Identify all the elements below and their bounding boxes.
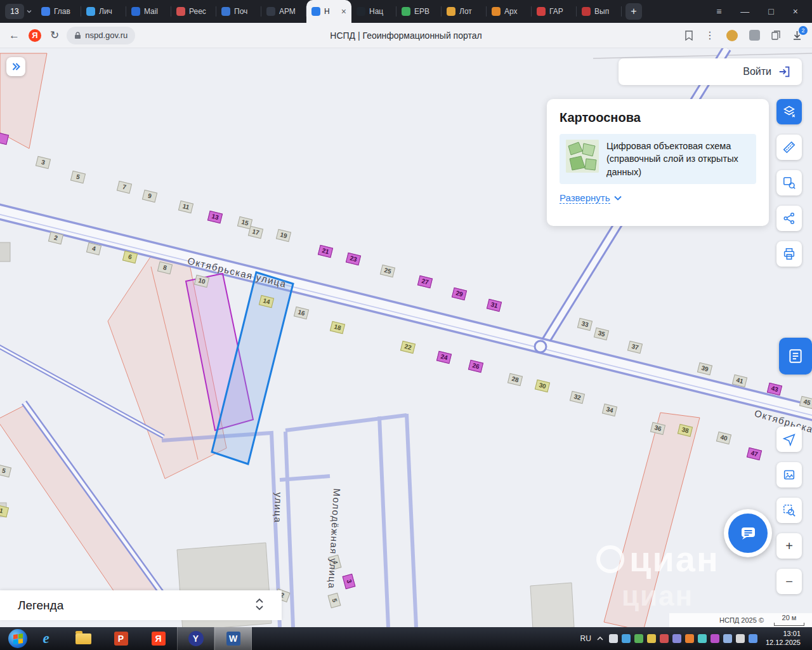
zoom-to-extent-button[interactable]: [776, 498, 802, 523]
parcel-marker[interactable]: 2: [48, 232, 63, 245]
parcel-marker[interactable]: [0, 132, 9, 145]
tray-icon[interactable]: [634, 634, 643, 643]
login-button[interactable]: Войти: [619, 58, 802, 85]
back-button[interactable]: ←: [9, 29, 20, 42]
parcel-marker[interactable]: 19: [276, 229, 291, 242]
taskbar-app-word[interactable]: W: [214, 627, 252, 650]
parcel-marker[interactable]: 14: [259, 295, 274, 308]
parcel-marker[interactable]: 38: [678, 424, 693, 437]
parcel-marker[interactable]: 32: [570, 391, 585, 404]
url-field[interactable]: nspd.gov.ru: [67, 27, 135, 44]
start-button[interactable]: [8, 629, 27, 648]
map-viewport[interactable]: 3579111315171924681014161821232527293122…: [0, 48, 812, 627]
parcel-marker[interactable]: 29: [452, 288, 467, 301]
parcel-marker[interactable]: 27: [417, 275, 433, 289]
window-close-icon[interactable]: ×: [793, 6, 798, 17]
browser-tab[interactable]: Поч: [216, 0, 261, 23]
taskbar-app-explorer[interactable]: [65, 627, 102, 650]
parcel-marker[interactable]: 47: [747, 448, 762, 461]
refresh-button[interactable]: ↻: [50, 29, 59, 42]
parcel-marker[interactable]: 11: [178, 201, 193, 214]
yandex-logo-icon[interactable]: Я: [29, 29, 41, 42]
parcel-marker[interactable]: 17: [248, 226, 263, 239]
taskbar-app-y[interactable]: Y: [177, 627, 214, 650]
parcel-marker[interactable]: 23: [346, 253, 361, 266]
legend-bar[interactable]: Легенда: [0, 590, 282, 620]
window-maximize-icon[interactable]: □: [768, 6, 773, 17]
collections-icon[interactable]: [771, 30, 781, 40]
parcel-marker[interactable]: 37: [627, 341, 643, 354]
parcel-marker[interactable]: 43: [767, 383, 782, 396]
browser-tab[interactable]: Лот: [442, 0, 487, 23]
browser-tab[interactable]: Реес: [171, 0, 216, 23]
browser-tab[interactable]: ГАР: [532, 0, 577, 23]
taskbar-clock[interactable]: 13:01 12.12.2025: [763, 630, 806, 647]
browser-tab[interactable]: Арх: [487, 0, 532, 23]
expand-panel-link[interactable]: Развернуть: [560, 192, 622, 204]
parcel-marker[interactable]: 28: [508, 373, 523, 387]
parcel-marker[interactable]: 8: [157, 262, 173, 275]
parcel-marker[interactable]: 5: [0, 465, 11, 478]
window-minimize-icon[interactable]: —: [740, 6, 749, 17]
parcel-marker[interactable]: 7: [117, 181, 132, 194]
parcel-marker[interactable]: 13: [207, 211, 223, 224]
new-tab-button[interactable]: +: [625, 3, 642, 20]
tray-icon[interactable]: [710, 634, 719, 643]
tray-icon[interactable]: [672, 634, 681, 643]
parcel-marker[interactable]: 34: [602, 404, 617, 417]
parcel-marker[interactable]: 21: [318, 245, 333, 258]
parcel-marker[interactable]: 25: [380, 265, 395, 278]
tray-icon[interactable]: [749, 634, 757, 643]
parcel-marker[interactable]: 18: [330, 321, 345, 335]
parcel-marker[interactable]: 10: [194, 275, 209, 288]
screenshot-button[interactable]: [776, 462, 802, 488]
browser-menu-icon[interactable]: ≡: [716, 6, 721, 17]
parcel-marker[interactable]: 26: [468, 360, 483, 373]
browser-tab[interactable]: Mail: [126, 0, 171, 23]
parcel-marker[interactable]: 3: [36, 156, 51, 169]
tray-icon[interactable]: [698, 634, 707, 643]
parcel-marker[interactable]: 9: [142, 190, 157, 203]
basemap-layer-row[interactable]: Цифровая объектовая схема (справочный сл…: [560, 134, 756, 184]
parcel-marker[interactable]: 33: [577, 318, 593, 331]
tray-icon[interactable]: [723, 634, 732, 643]
extension-box-icon[interactable]: [749, 30, 760, 41]
extension-mask-icon[interactable]: [726, 30, 738, 41]
browser-tab[interactable]: Глав: [36, 0, 81, 23]
parcel-marker[interactable]: 22: [400, 341, 416, 354]
browser-tab[interactable]: Нац: [351, 0, 396, 23]
zoom-out-button[interactable]: −: [776, 569, 802, 594]
parcel-marker[interactable]: 36: [650, 422, 665, 435]
parcel-marker[interactable]: 31: [487, 299, 502, 312]
parcel-marker[interactable]: 24: [436, 351, 452, 364]
browser-tab[interactable]: Вып: [577, 0, 622, 23]
chat-widget-button[interactable]: [724, 509, 772, 557]
browser-tab[interactable]: АРМ: [261, 0, 306, 23]
zoom-in-button[interactable]: +: [776, 533, 802, 559]
tray-icon[interactable]: [660, 634, 669, 643]
browser-tab[interactable]: Лич: [81, 0, 126, 23]
share-button[interactable]: [776, 206, 802, 231]
browser-tab[interactable]: ЕРВ: [396, 0, 442, 23]
tray-icon[interactable]: [736, 634, 745, 643]
legend-collapse-control[interactable]: [255, 598, 264, 613]
parcel-marker[interactable]: 39: [697, 362, 712, 376]
taskbar-app-yandex-browser[interactable]: Я: [140, 627, 177, 650]
parcel-marker[interactable]: 4: [86, 242, 102, 256]
taskbar-language[interactable]: RU: [580, 634, 591, 643]
my-location-button[interactable]: [776, 427, 802, 452]
taskbar-app-ie[interactable]: e: [27, 627, 65, 650]
parcel-marker[interactable]: 5: [70, 171, 86, 184]
tray-icon[interactable]: [609, 634, 618, 643]
tray-icon[interactable]: [685, 634, 694, 643]
parcel-marker[interactable]: 45: [799, 396, 812, 409]
downloads-button[interactable]: 2: [792, 30, 802, 41]
expand-sidebar-button[interactable]: [6, 57, 25, 76]
hidden-icons-chevron-icon[interactable]: [597, 636, 603, 641]
parcel-marker[interactable]: 40: [716, 432, 731, 445]
search-objects-button[interactable]: [776, 170, 802, 196]
bookmark-flag-icon[interactable]: [684, 30, 693, 41]
parcel-marker[interactable]: 35: [594, 328, 609, 341]
parcel-marker[interactable]: 6: [122, 251, 138, 264]
tray-icon[interactable]: [622, 634, 631, 643]
